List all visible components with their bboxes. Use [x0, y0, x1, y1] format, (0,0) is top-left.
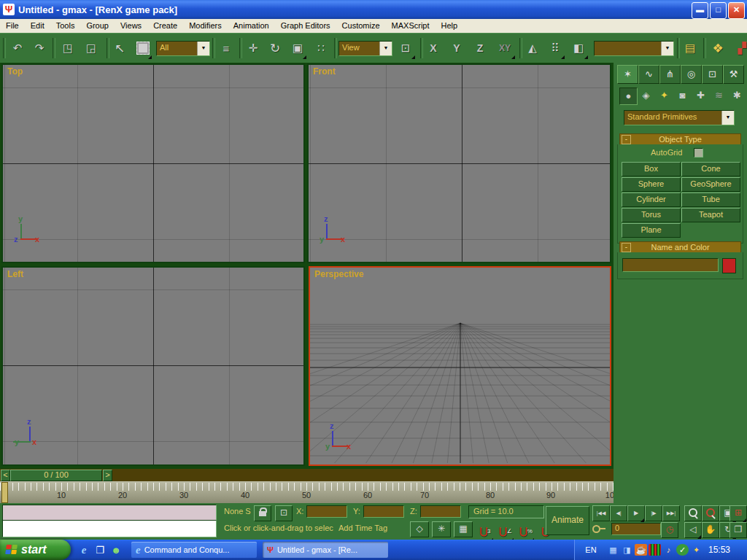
menu-maxscript[interactable]: MAXScript — [386, 19, 436, 33]
chevron-down-icon[interactable]: ▼ — [197, 42, 209, 55]
add-time-tag[interactable]: Add Time Tag — [338, 524, 406, 532]
menu-edit[interactable]: Edit — [25, 19, 50, 33]
selection-region-icon[interactable] — [134, 39, 152, 58]
restrict-xy-plane-button[interactable]: XY — [495, 39, 515, 58]
viewport-top[interactable]: Top y z x — [1, 63, 305, 263]
rotate-icon[interactable]: ↻ — [266, 39, 285, 58]
zoom-icon[interactable] — [684, 505, 702, 521]
macro-recorder-box[interactable] — [2, 505, 217, 521]
taskbar-window-gmax[interactable]: Ψ Untitled - gmax - [Re... — [263, 542, 388, 558]
collapse-icon[interactable]: - — [622, 135, 631, 144]
language-indicator[interactable]: EN — [575, 545, 607, 554]
menu-customize[interactable]: Customize — [336, 19, 386, 33]
start-button[interactable]: start — [0, 540, 71, 560]
x-coordinate-field[interactable] — [306, 505, 347, 518]
viewport-front[interactable]: Front z y x — [307, 63, 611, 263]
z-coordinate-field[interactable] — [420, 505, 461, 518]
menu-modifiers[interactable]: Modifiers — [183, 19, 228, 33]
menu-group[interactable]: Group — [80, 19, 115, 33]
restrict-z-button[interactable]: Z — [471, 39, 489, 58]
next-frame-button[interactable]: |▶ — [645, 505, 662, 521]
taskbar-window-command-and-conquer[interactable]: e Command and Conqu... — [131, 542, 257, 558]
play-animation-button[interactable]: ▶ — [627, 505, 645, 521]
box-button[interactable]: Box — [622, 162, 681, 176]
tab-create[interactable]: ✶ — [617, 65, 638, 84]
y-coordinate-field[interactable] — [363, 505, 404, 518]
go-to-start-button[interactable]: |◀◀ — [592, 505, 610, 521]
select-by-name-icon[interactable]: ≡ — [217, 39, 236, 58]
render-icon[interactable]: ▞ — [734, 39, 747, 58]
zoom-extents-all-icon[interactable]: ⊞ — [729, 505, 747, 521]
internet-explorer-icon[interactable]: e — [77, 544, 90, 556]
selection-filter-dropdown[interactable]: All ▼ — [156, 41, 210, 56]
redo-icon[interactable]: ↷ — [31, 39, 48, 58]
collapse-icon[interactable]: - — [622, 243, 631, 252]
tab-hierarchy[interactable]: ⋔ — [659, 65, 681, 84]
frame-slider-handle[interactable] — [1, 482, 8, 503]
category-cameras-icon[interactable]: ◙ — [674, 88, 691, 104]
pan-icon[interactable]: ✋ — [702, 522, 719, 538]
minimize-button[interactable]: ▬ — [692, 2, 708, 19]
time-slider-track[interactable]: < 0 / 100 > — [0, 469, 614, 482]
unlink-selection-icon[interactable]: ◲ — [82, 39, 101, 58]
maxscript-listener-box[interactable] — [2, 520, 217, 537]
chevron-down-icon[interactable]: ▼ — [379, 42, 392, 55]
tab-motion[interactable]: ◎ — [681, 65, 702, 84]
previous-frame-button[interactable]: ◀| — [610, 505, 627, 521]
tube-button[interactable]: Tube — [681, 192, 740, 207]
category-shapes-icon[interactable]: ◈ — [638, 88, 654, 104]
move-icon[interactable]: ✛ — [244, 39, 263, 58]
tab-utilities[interactable]: ⚒ — [723, 65, 744, 84]
network-tray-icon[interactable]: ▦ — [607, 544, 619, 556]
menu-graph-editors[interactable]: Graph Editors — [275, 19, 336, 33]
go-to-end-button[interactable]: ▶▶| — [662, 505, 680, 521]
time-configuration-button[interactable]: ◷ — [661, 522, 678, 538]
volume-tray-icon[interactable]: ♪ — [662, 544, 675, 556]
close-button[interactable]: ✕ — [728, 2, 745, 19]
degradation-override-icon[interactable]: ▦ — [454, 521, 473, 537]
menu-help[interactable]: Help — [436, 19, 464, 33]
geosphere-button[interactable]: GeoSphere — [681, 177, 740, 192]
field-of-view-icon[interactable]: ◁ — [684, 522, 702, 538]
viewport-left[interactable]: Left z y x — [1, 266, 305, 466]
absolute-offset-toggle[interactable]: ⊡ — [275, 505, 293, 521]
time-slider-button[interactable]: 0 / 100 — [10, 470, 102, 481]
menu-file[interactable]: File — [0, 19, 25, 33]
align-icon[interactable]: ◧ — [569, 39, 588, 58]
cylinder-button[interactable]: Cylinder — [622, 192, 681, 207]
green-utility-tray-icon[interactable]: ✓ — [676, 544, 689, 556]
show-desktop-icon[interactable]: ❐ — [93, 545, 107, 556]
primitives-category-dropdown[interactable]: Standard Primitives ▼ — [624, 110, 735, 125]
select-object-icon[interactable]: ↖ — [111, 39, 128, 58]
time-slider-next-icon[interactable]: > — [103, 470, 112, 481]
menu-animation[interactable]: Animation — [228, 19, 275, 33]
reference-coordinate-dropdown[interactable]: View ▼ — [338, 41, 392, 56]
mirror-icon[interactable]: ◭ — [524, 39, 541, 58]
scale-icon[interactable]: ▣ — [289, 39, 306, 58]
viewport-perspective[interactable]: Perspective z y x — [309, 266, 611, 466]
track-bar[interactable]: 10 20 30 40 50 60 70 80 90 100 — [0, 481, 614, 504]
java-tray-icon[interactable]: ☕ — [635, 544, 647, 556]
manipulate-icon[interactable]: ∷ — [312, 39, 330, 58]
zoom-all-icon[interactable] — [702, 505, 719, 521]
snap-3d-icon[interactable]: ⋃3 — [477, 521, 493, 540]
misc-tray-icon[interactable]: ✦ — [690, 544, 703, 556]
material-editor-icon[interactable]: ❖ — [708, 39, 728, 58]
key-mode-toggle[interactable] — [592, 522, 607, 537]
lock-selection-button[interactable] — [254, 505, 271, 521]
category-spacewarps-icon[interactable]: ≋ — [711, 88, 727, 104]
undo-icon[interactable]: ↶ — [9, 39, 26, 58]
tab-modify[interactable]: ∿ — [638, 65, 659, 84]
wireless-tray-icon[interactable]: ◨ — [621, 544, 633, 556]
teapot-button[interactable]: Teapot — [681, 208, 740, 222]
min-max-toggle-icon[interactable]: ❐ — [729, 522, 747, 538]
category-systems-icon[interactable]: ✱ — [729, 88, 746, 104]
select-and-link-icon[interactable]: ◳ — [58, 39, 77, 58]
cone-button[interactable]: Cone — [681, 162, 740, 176]
use-center-icon[interactable]: ⊡ — [396, 39, 415, 58]
category-geometry-icon[interactable]: ● — [619, 88, 638, 105]
category-helpers-icon[interactable]: ✚ — [692, 88, 709, 104]
sphere-button[interactable]: Sphere — [622, 177, 681, 192]
object-color-swatch[interactable] — [722, 258, 736, 273]
chevron-down-icon[interactable]: ▼ — [721, 111, 734, 125]
